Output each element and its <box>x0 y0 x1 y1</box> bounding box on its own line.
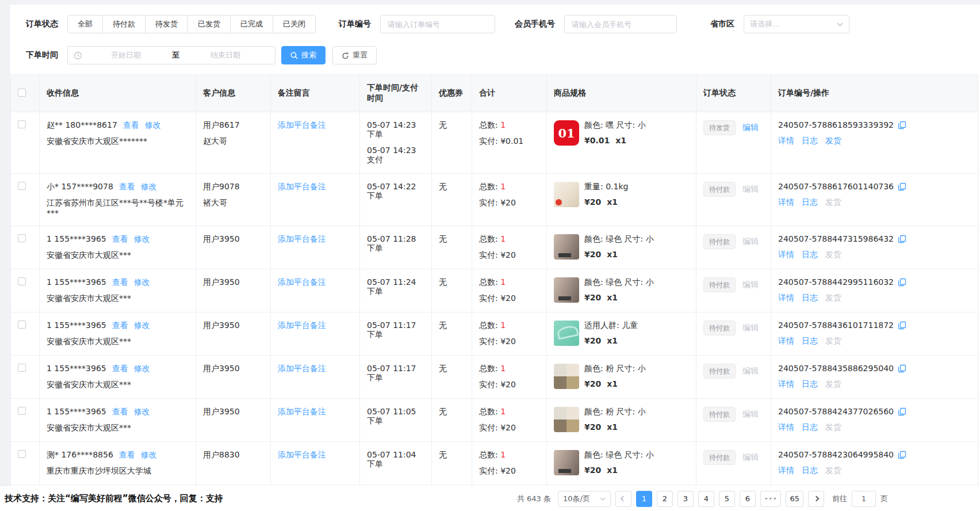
row-checkbox[interactable] <box>18 182 26 190</box>
add-note-link[interactable]: 添加平台备注 <box>278 234 326 243</box>
row-checkbox[interactable] <box>18 364 26 372</box>
log-link[interactable]: 日志 <box>802 422 818 433</box>
ship-link[interactable]: 发货 <box>825 422 841 433</box>
view-link[interactable]: 查看 <box>112 364 128 373</box>
next-page-button[interactable] <box>808 491 824 507</box>
edit-link[interactable]: 编辑 <box>742 237 759 246</box>
log-link[interactable]: 日志 <box>802 136 818 146</box>
copy-icon[interactable] <box>898 321 906 330</box>
member-phone-input[interactable] <box>564 15 677 33</box>
edit-link[interactable]: 编辑 <box>742 184 759 193</box>
edit-link[interactable]: 编辑 <box>742 280 759 289</box>
row-checkbox[interactable] <box>18 450 26 458</box>
log-link[interactable]: 日志 <box>802 197 818 208</box>
page-number-4[interactable]: 4 <box>698 491 714 507</box>
order-status-option-3[interactable]: 待发货 <box>145 15 188 33</box>
view-link[interactable]: 查看 <box>119 182 135 191</box>
detail-link[interactable]: 详情 <box>778 136 794 146</box>
add-note-link[interactable]: 添加平台备注 <box>278 321 326 330</box>
start-date-input[interactable]: 开始日期 <box>82 50 170 60</box>
date-range-picker[interactable]: 开始日期 至 结束日期 <box>67 46 275 64</box>
page-number-5[interactable]: 5 <box>719 491 735 507</box>
view-link[interactable]: 查看 <box>119 450 135 459</box>
page-number-3[interactable]: 3 <box>677 491 694 507</box>
modify-link[interactable]: 修改 <box>134 364 150 373</box>
view-link[interactable]: 查看 <box>112 277 128 287</box>
ship-link[interactable]: 发货 <box>825 136 841 146</box>
page-number-1[interactable]: 1 <box>636 491 652 507</box>
page-number-6[interactable]: 6 <box>740 491 756 507</box>
order-status-option-5[interactable]: 已完成 <box>230 15 273 33</box>
log-link[interactable]: 日志 <box>802 379 818 390</box>
ship-link[interactable]: 发货 <box>825 293 841 303</box>
order-no-input[interactable] <box>380 15 495 33</box>
edit-link[interactable]: 编辑 <box>742 409 759 418</box>
detail-link[interactable]: 详情 <box>778 250 794 260</box>
detail-link[interactable]: 详情 <box>778 422 794 433</box>
log-link[interactable]: 日志 <box>802 293 818 303</box>
modify-link[interactable]: 修改 <box>141 182 157 191</box>
ship-link[interactable]: 发货 <box>825 336 841 346</box>
add-note-link[interactable]: 添加平台备注 <box>278 182 326 191</box>
detail-link[interactable]: 详情 <box>778 197 794 208</box>
copy-icon[interactable] <box>898 451 906 459</box>
ship-link[interactable]: 发货 <box>825 379 841 390</box>
ship-link[interactable]: 发货 <box>825 250 841 260</box>
add-note-link[interactable]: 添加平台备注 <box>278 450 326 459</box>
detail-link[interactable]: 详情 <box>778 293 794 303</box>
detail-link[interactable]: 详情 <box>778 379 794 390</box>
order-status-option-6[interactable]: 已关闭 <box>273 15 316 33</box>
region-select[interactable]: 请选择... <box>744 15 849 33</box>
row-checkbox[interactable] <box>18 120 26 128</box>
detail-link[interactable]: 详情 <box>778 466 794 476</box>
ship-link[interactable]: 发货 <box>825 466 841 476</box>
reset-button[interactable]: 重置 <box>332 46 377 64</box>
page-size-select[interactable]: 10条/页 <box>558 491 611 507</box>
edit-link[interactable]: 编辑 <box>742 123 759 132</box>
add-note-link[interactable]: 添加平台备注 <box>278 364 326 373</box>
log-link[interactable]: 日志 <box>802 336 818 346</box>
search-button[interactable]: 搜索 <box>281 46 326 64</box>
order-status-option-2[interactable]: 待付款 <box>102 15 146 33</box>
ship-link[interactable]: 发货 <box>825 197 841 208</box>
copy-icon[interactable] <box>898 364 906 373</box>
modify-link[interactable]: 修改 <box>134 234 150 243</box>
view-link[interactable]: 查看 <box>112 407 128 416</box>
modify-link[interactable]: 修改 <box>134 407 150 416</box>
coupon-value: 无 <box>432 399 472 442</box>
select-all-checkbox[interactable] <box>18 89 26 97</box>
jump-page-input[interactable] <box>852 491 876 507</box>
copy-icon[interactable] <box>898 182 906 191</box>
copy-icon[interactable] <box>898 235 906 243</box>
edit-link[interactable]: 编辑 <box>742 366 759 375</box>
view-link[interactable]: 查看 <box>112 321 128 330</box>
row-checkbox[interactable] <box>18 407 26 415</box>
copy-icon[interactable] <box>898 278 906 287</box>
order-status-option-4[interactable]: 已发货 <box>187 15 231 33</box>
copy-icon[interactable] <box>898 407 906 416</box>
row-checkbox[interactable] <box>18 277 26 285</box>
log-link[interactable]: 日志 <box>802 250 818 260</box>
add-note-link[interactable]: 添加平台备注 <box>278 120 326 129</box>
edit-link[interactable]: 编辑 <box>742 452 759 462</box>
more-pages-button[interactable]: ••• <box>760 491 781 507</box>
modify-link[interactable]: 修改 <box>134 321 150 330</box>
row-checkbox[interactable] <box>18 234 26 242</box>
view-link[interactable]: 查看 <box>112 234 128 243</box>
view-link[interactable]: 查看 <box>123 120 139 129</box>
row-checkbox[interactable] <box>18 321 26 329</box>
add-note-link[interactable]: 添加平台备注 <box>278 407 326 416</box>
page-number-2[interactable]: 2 <box>657 491 673 507</box>
edit-link[interactable]: 编辑 <box>742 323 759 332</box>
detail-link[interactable]: 详情 <box>778 336 794 346</box>
page-number-65[interactable]: 65 <box>786 491 803 507</box>
end-date-input[interactable]: 结束日期 <box>182 50 269 60</box>
order-status-option-1[interactable]: 全部 <box>67 15 103 33</box>
add-note-link[interactable]: 添加平台备注 <box>278 277 326 287</box>
prev-page-button[interactable] <box>615 491 631 507</box>
modify-link[interactable]: 修改 <box>145 120 161 129</box>
log-link[interactable]: 日志 <box>802 466 818 476</box>
modify-link[interactable]: 修改 <box>134 277 150 287</box>
copy-icon[interactable] <box>898 121 906 129</box>
modify-link[interactable]: 修改 <box>141 450 157 459</box>
